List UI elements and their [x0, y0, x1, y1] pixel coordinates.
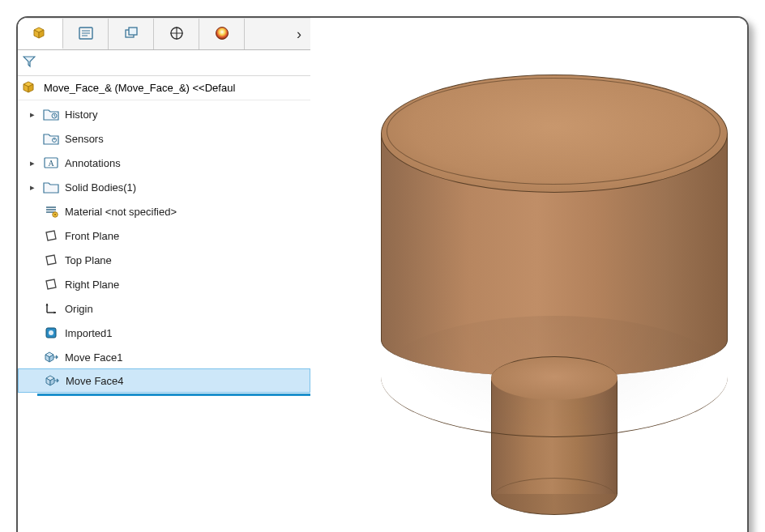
tree-item-label: Origin: [65, 303, 93, 315]
tree-item-move-face4[interactable]: ▸Move Face4: [18, 368, 310, 393]
annotations-icon: A: [42, 156, 60, 169]
tree-item-right-plane[interactable]: ▸Right Plane: [18, 272, 310, 296]
tree-item-history[interactable]: ▸History: [18, 102, 310, 126]
svg-point-9: [216, 27, 228, 39]
feature-manager-icon: [32, 24, 49, 43]
tree-item-label: Move Face1: [65, 351, 123, 364]
graphics-viewport[interactable]: [311, 18, 747, 532]
origin-icon: [42, 301, 60, 316]
expand-toggle-icon[interactable]: ▸: [28, 158, 37, 168]
solid-bodies-icon: [42, 181, 60, 194]
overflow-chevron-icon[interactable]: ›: [288, 26, 310, 43]
tree-item-front-plane[interactable]: ▸Front Plane: [18, 223, 310, 248]
move-face-icon: [42, 350, 60, 364]
expand-toggle-icon[interactable]: ▸: [28, 109, 37, 120]
root-part-node[interactable]: Move_Face_& (Move_Face_&) <<Defaul: [18, 76, 310, 100]
root-part-label: Move_Face_& (Move_Face_&) <<Defaul: [44, 82, 235, 94]
dimxpert-manager-icon: [169, 25, 185, 44]
part-icon: [21, 79, 39, 97]
tree-item-annotations[interactable]: ▸AAnnotations: [18, 151, 310, 175]
sensors-icon: [42, 132, 60, 145]
configuration-manager-tab[interactable]: [109, 19, 154, 49]
tree-item-top-plane[interactable]: ▸Top Plane: [18, 248, 310, 272]
plane-icon: [42, 253, 60, 267]
display-manager-icon: [214, 25, 230, 44]
tree-item-label: Right Plane: [65, 279, 119, 291]
svg-point-19: [54, 214, 56, 215]
model-3d-render: [381, 73, 729, 502]
svg-point-23: [49, 330, 53, 335]
expand-toggle-icon[interactable]: ▸: [28, 182, 37, 193]
tree-item-sensors[interactable]: ▸Sensors: [18, 126, 310, 151]
tree-item-label: Top Plane: [65, 254, 112, 266]
filter-row: [18, 50, 310, 76]
display-manager-tab[interactable]: [199, 19, 245, 49]
move-face-icon: [43, 373, 61, 388]
property-manager-icon: [78, 26, 94, 43]
dimxpert-manager-tab[interactable]: [154, 19, 199, 49]
manager-tab-strip: ›: [18, 18, 310, 50]
tree-item-label: Front Plane: [65, 230, 119, 242]
tree-item-solid-bodies[interactable]: ▸Solid Bodies(1): [18, 175, 310, 199]
filter-funnel-icon[interactable]: [23, 55, 36, 70]
material-icon: [42, 204, 60, 219]
configuration-manager-icon: [122, 26, 140, 43]
imported-feature-icon: [42, 326, 60, 340]
folder-history-icon: [42, 108, 60, 121]
tree-item-imported1[interactable]: ▸Imported1: [18, 321, 310, 345]
tree-item-label: Material <not specified>: [65, 206, 177, 218]
tree-item-material[interactable]: ▸Material <not specified>: [18, 199, 310, 223]
tree-item-label: Solid Bodies(1): [65, 181, 136, 194]
property-manager-tab[interactable]: [63, 19, 109, 49]
feature-tree: ▸History▸Sensors▸AAnnotations▸Solid Bodi…: [18, 100, 310, 532]
tree-item-label: History: [65, 109, 97, 121]
tree-item-label: Annotations: [65, 157, 121, 169]
feature-manager-panel: › Move_Face_& (Move_Face_&) <<Defaul: [18, 18, 311, 532]
tree-filter-input[interactable]: [41, 54, 306, 72]
app-window: › Move_Face_& (Move_Face_&) <<Defaul: [16, 16, 749, 532]
svg-rect-5: [129, 28, 137, 35]
rollback-bar[interactable]: [37, 394, 310, 396]
plane-icon: [42, 228, 60, 243]
tree-item-label: Move Face4: [66, 375, 124, 387]
svg-text:A: A: [48, 159, 54, 168]
tree-item-label: Sensors: [65, 133, 104, 145]
feature-manager-tab[interactable]: [18, 19, 63, 49]
tree-item-move-face1[interactable]: ▸Move Face1: [18, 345, 310, 369]
plane-icon: [42, 277, 60, 292]
tree-item-label: Imported1: [65, 327, 113, 339]
tree-item-origin[interactable]: ▸Origin: [18, 296, 310, 321]
